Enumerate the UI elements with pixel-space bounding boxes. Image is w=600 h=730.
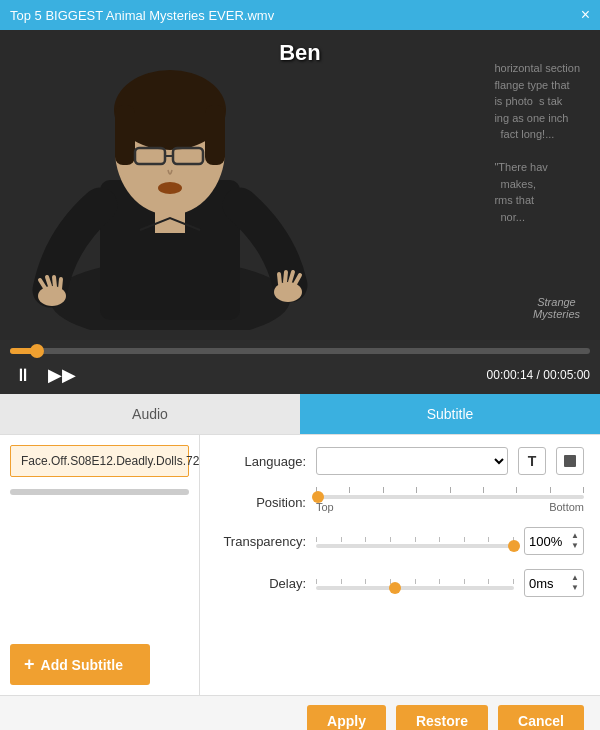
tick: [341, 579, 342, 584]
time-current: 00:00:14: [487, 368, 534, 382]
transparency-value[interactable]: 100% ▲ ▼: [524, 527, 584, 555]
progress-thumb[interactable]: [30, 344, 44, 358]
video-player: Ben horizontal section flange type that …: [0, 30, 600, 340]
tick: [316, 579, 317, 584]
delay-slider[interactable]: [316, 586, 514, 590]
delay-value-text: 0ms: [529, 576, 554, 591]
time-total: 00:05:00: [543, 368, 590, 382]
pause-button[interactable]: ⏸: [10, 363, 36, 388]
svg-rect-21: [564, 455, 576, 467]
tick: [513, 579, 514, 584]
svg-line-19: [285, 272, 286, 282]
svg-line-20: [279, 274, 280, 284]
tick: [416, 487, 417, 493]
position-thumb[interactable]: [312, 491, 324, 503]
tick: [365, 579, 366, 584]
tick: [383, 487, 384, 493]
close-button[interactable]: ×: [581, 7, 590, 23]
delay-label: Delay:: [216, 576, 306, 591]
delay-down[interactable]: ▼: [571, 583, 579, 593]
tick: [488, 579, 489, 584]
title-bar: Top 5 BIGGEST Animal Mysteries EVER.wmv …: [0, 0, 600, 30]
tick: [415, 537, 416, 542]
language-row: Language: T: [216, 447, 584, 475]
tick: [550, 487, 551, 493]
right-panel: Language: T Position:: [200, 435, 600, 695]
time-separator: /: [533, 368, 543, 382]
progress-track[interactable]: [10, 348, 590, 354]
left-panel: Face.Off.S08E12.Deadly.Dolls.72 + Add Su…: [0, 435, 200, 695]
tick: [488, 537, 489, 542]
svg-point-9: [158, 182, 182, 194]
svg-rect-5: [205, 105, 225, 165]
video-logo: StrangeMysteries: [533, 296, 580, 320]
tick: [365, 537, 366, 542]
transparency-row: Transparency:: [216, 527, 584, 555]
subtitle-file-item[interactable]: Face.Off.S08E12.Deadly.Dolls.72: [10, 445, 189, 477]
apply-button[interactable]: Apply: [307, 705, 386, 731]
add-subtitle-button[interactable]: + Add Subtitle: [10, 644, 150, 685]
video-frame: horizontal section flange type that is p…: [0, 30, 600, 340]
delay-spinner-arrows[interactable]: ▲ ▼: [571, 573, 579, 592]
tick: [415, 579, 416, 584]
delay-up[interactable]: ▲: [571, 573, 579, 583]
transparency-up[interactable]: ▲: [571, 531, 579, 541]
controls-row: ⏸ ▶▶ 00:00:14 / 00:05:00: [10, 362, 590, 388]
tick: [439, 579, 440, 584]
tick: [583, 487, 584, 493]
language-select[interactable]: [316, 447, 508, 475]
tab-subtitle[interactable]: Subtitle: [300, 394, 600, 434]
position-bottom-label: Bottom: [549, 501, 584, 513]
tick: [349, 487, 350, 493]
svg-line-15: [60, 279, 61, 289]
delay-thumb[interactable]: [389, 582, 401, 594]
tick: [483, 487, 484, 493]
playback-buttons: ⏸ ▶▶: [10, 362, 80, 388]
transparency-label: Transparency:: [216, 534, 306, 549]
svg-line-13: [47, 277, 50, 286]
tick: [390, 537, 391, 542]
delay-value[interactable]: 0ms ▲ ▼: [524, 569, 584, 597]
language-label: Language:: [216, 454, 306, 469]
add-subtitle-label: Add Subtitle: [41, 657, 123, 673]
transparency-thumb[interactable]: [508, 540, 520, 552]
tabs-container: Audio Subtitle: [0, 394, 600, 435]
svg-line-14: [54, 277, 55, 287]
svg-rect-4: [115, 105, 135, 165]
tick: [516, 487, 517, 493]
position-labels: Top Bottom: [316, 501, 584, 513]
text-t-button[interactable]: T: [518, 447, 546, 475]
forward-button[interactable]: ▶▶: [44, 362, 80, 388]
tick: [464, 579, 465, 584]
scrollbar[interactable]: [10, 489, 189, 495]
tick: [464, 537, 465, 542]
position-slider[interactable]: [316, 495, 584, 499]
playback-bar: ⏸ ▶▶ 00:00:14 / 00:05:00: [0, 340, 600, 394]
position-label: Position:: [216, 489, 306, 510]
video-bg-text: horizontal section flange type that is p…: [494, 60, 580, 225]
main-content: Face.Off.S08E12.Deadly.Dolls.72 + Add Su…: [0, 435, 600, 695]
transparency-spinner-arrows[interactable]: ▲ ▼: [571, 531, 579, 550]
tick: [450, 487, 451, 493]
window-title: Top 5 BIGGEST Animal Mysteries EVER.wmv: [10, 8, 274, 23]
text-box-button[interactable]: [556, 447, 584, 475]
restore-button[interactable]: Restore: [396, 705, 488, 731]
position-row: Position:: [216, 489, 584, 513]
svg-rect-10: [155, 208, 185, 233]
time-display: 00:00:14 / 00:05:00: [487, 368, 590, 382]
transparency-slider[interactable]: [316, 544, 514, 548]
tab-audio[interactable]: Audio: [0, 394, 300, 434]
bottom-bar: Apply Restore Cancel: [0, 695, 600, 730]
tick: [316, 537, 317, 542]
transparency-value-text: 100%: [529, 534, 562, 549]
delay-row: Delay:: [216, 569, 584, 597]
cancel-button[interactable]: Cancel: [498, 705, 584, 731]
plus-icon: +: [24, 654, 35, 675]
transparency-down[interactable]: ▼: [571, 541, 579, 551]
video-subtitle: Ben: [0, 40, 600, 66]
subtitle-style-icon: [563, 454, 577, 468]
svg-point-16: [274, 282, 302, 302]
tick: [341, 537, 342, 542]
person-figure: [30, 40, 310, 330]
tick: [439, 537, 440, 542]
